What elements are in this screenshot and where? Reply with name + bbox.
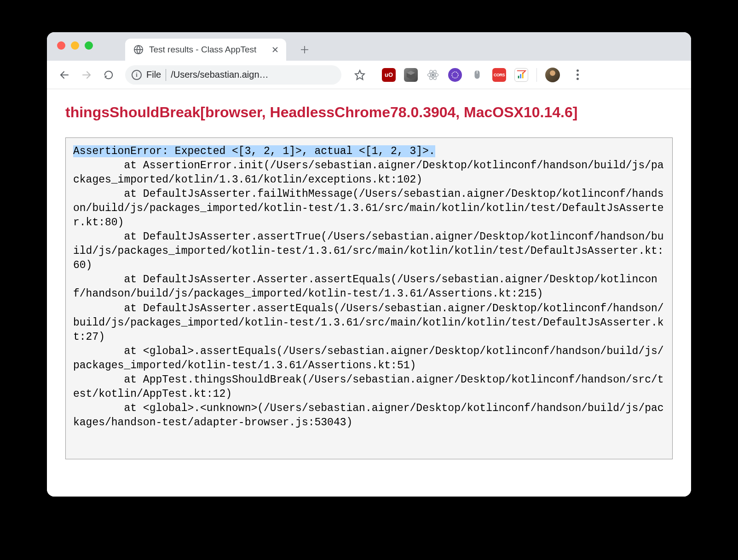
browser-menu-button[interactable] bbox=[568, 66, 587, 84]
window-minimize-button[interactable] bbox=[71, 41, 79, 50]
page-content: thingsShouldBreak[browser, HeadlessChrom… bbox=[47, 89, 691, 497]
svg-rect-18 bbox=[520, 74, 521, 78]
tab-strip: Test results - Class AppTest bbox=[47, 32, 691, 61]
forward-button[interactable] bbox=[77, 66, 96, 84]
svg-marker-7 bbox=[355, 70, 364, 80]
cube-extension-icon[interactable] bbox=[404, 68, 418, 82]
stack-trace-box: AssertionError: Expected <[3, 2, 1]>, ac… bbox=[65, 137, 673, 459]
address-bar[interactable]: i File /Users/sebastian.aign… bbox=[125, 65, 341, 85]
globe-icon bbox=[133, 45, 144, 55]
toolbar: i File /Users/sebastian.aign… uO bbox=[47, 61, 691, 89]
ublock-extension-icon[interactable]: uO bbox=[382, 68, 396, 82]
chart-extension-icon[interactable] bbox=[514, 68, 528, 82]
toolbar-separator bbox=[536, 68, 537, 82]
profile-avatar[interactable] bbox=[545, 68, 560, 82]
browser-window: Test results - Class AppTest bbox=[47, 32, 691, 497]
site-info-icon[interactable]: i bbox=[132, 70, 142, 80]
url-scheme: File bbox=[146, 69, 161, 80]
tab-close-button[interactable] bbox=[271, 45, 280, 54]
url-separator bbox=[166, 69, 166, 81]
back-button[interactable] bbox=[55, 66, 74, 84]
purple-extension-icon[interactable] bbox=[448, 68, 462, 82]
svg-point-10 bbox=[432, 74, 434, 76]
bookmark-button[interactable] bbox=[351, 66, 369, 84]
svg-rect-17 bbox=[518, 75, 519, 78]
test-name-heading: thingsShouldBreak[browser, HeadlessChrom… bbox=[65, 104, 673, 121]
react-devtools-extension-icon[interactable] bbox=[426, 68, 440, 82]
cors-extension-icon[interactable]: CORS bbox=[492, 68, 506, 82]
url-text: /Users/sebastian.aign… bbox=[171, 69, 335, 80]
new-tab-button[interactable] bbox=[295, 40, 314, 59]
active-tab[interactable]: Test results - Class AppTest bbox=[125, 39, 286, 61]
assertion-error-line: AssertionError: Expected <[3, 2, 1]>, ac… bbox=[73, 145, 435, 157]
window-close-button[interactable] bbox=[57, 41, 65, 50]
window-controls bbox=[57, 41, 93, 50]
tab-title: Test results - Class AppTest bbox=[149, 45, 256, 55]
mouse-extension-icon[interactable] bbox=[470, 68, 484, 82]
reload-button[interactable] bbox=[99, 66, 118, 84]
stack-trace-body: at AssertionError.init(/Users/sebastian.… bbox=[73, 159, 665, 430]
extensions-row: uO CORS bbox=[382, 66, 587, 84]
svg-point-14 bbox=[452, 72, 458, 78]
window-maximize-button[interactable] bbox=[85, 41, 93, 50]
